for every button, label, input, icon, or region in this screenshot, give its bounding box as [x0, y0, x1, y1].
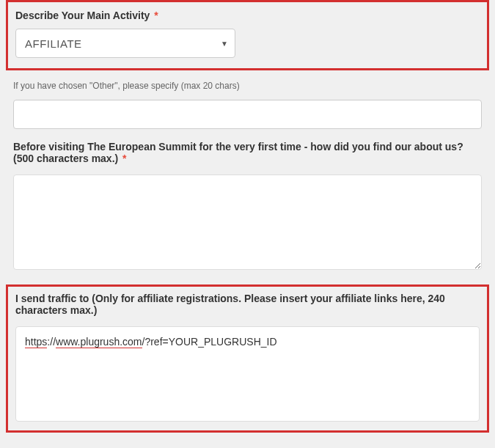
main-activity-highlight: Describe Your Main Activity * AFFILIATE …: [6, 0, 489, 70]
traffic-textarea[interactable]: https://www.plugrush.com/?ref=YOUR_PLUGR…: [15, 326, 480, 422]
other-specify-input[interactable]: [13, 100, 482, 129]
traffic-url-sep: ://: [47, 336, 56, 348]
find-us-label: Before visiting The European Summit for …: [13, 141, 482, 164]
required-mark: *: [154, 10, 158, 21]
specialty-group: Describe your Specialty within your Main…: [6, 443, 489, 448]
main-activity-label-text: Describe Your Main Activity: [15, 10, 150, 21]
traffic-url-host: www.plugrush.com: [56, 336, 142, 348]
main-activity-select-wrap: AFFILIATE ▼: [15, 29, 480, 58]
traffic-url-path: /?ref=YOUR_PLUGRUSH_ID: [142, 336, 277, 348]
find-us-group: Before visiting The European Summit for …: [6, 141, 489, 273]
traffic-url-protocol: https: [25, 336, 47, 348]
other-specify-label: If you have chosen "Other", please speci…: [13, 81, 482, 91]
main-activity-select[interactable]: AFFILIATE: [15, 29, 235, 58]
find-us-textarea[interactable]: [13, 175, 482, 270]
find-us-label-text: Before visiting The European Summit for …: [13, 141, 463, 164]
other-specify-group: If you have chosen "Other", please speci…: [6, 81, 489, 129]
required-mark: *: [122, 153, 126, 164]
traffic-highlight: I send traffic to (Only for affiliate re…: [6, 284, 489, 433]
traffic-label: I send traffic to (Only for affiliate re…: [15, 293, 480, 316]
main-activity-label: Describe Your Main Activity *: [15, 10, 480, 21]
chevron-down-icon: ▼: [221, 40, 471, 48]
